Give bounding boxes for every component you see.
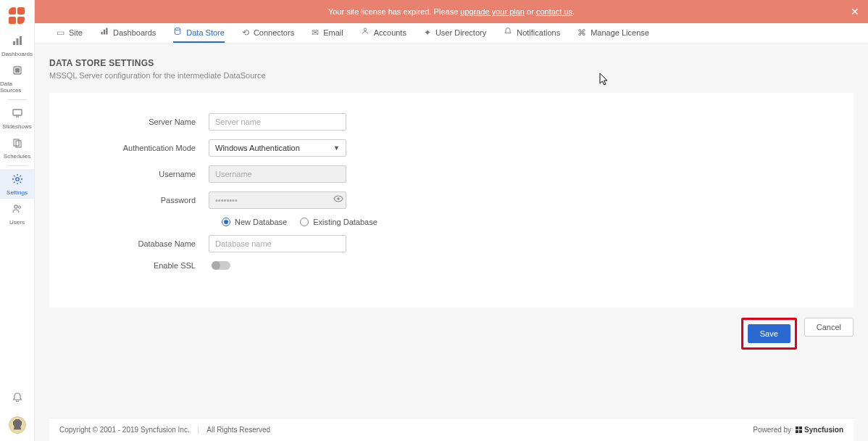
license-banner: Your site license has expired. Please up… xyxy=(35,0,868,23)
bars-icon xyxy=(100,27,109,38)
page-header: DATA STORE SETTINGS MSSQL Server configu… xyxy=(49,58,854,80)
label-server-name: Server Name xyxy=(78,118,209,126)
svg-rect-13 xyxy=(101,32,102,35)
mail-icon: ✉ xyxy=(312,28,319,38)
notifications-bell-icon[interactable] xyxy=(12,392,23,406)
tab-email[interactable]: ✉Email xyxy=(312,23,343,43)
datasource-icon xyxy=(12,65,23,79)
sidebar: Dashboards Data Sources Slideshows Sched… xyxy=(0,0,35,441)
settings-tabs: ▭Site Dashboards Data Store ⟲Connectors … xyxy=(35,23,868,44)
tab-userdirectory[interactable]: ✦User Directory xyxy=(424,23,486,43)
password-input xyxy=(209,191,346,209)
datastore-icon xyxy=(173,27,182,38)
label-enable-ssl: Enable SSL xyxy=(78,261,209,270)
svg-rect-4 xyxy=(15,68,20,73)
license-icon: ⌘ xyxy=(577,28,586,38)
save-highlight: Save xyxy=(741,318,797,350)
label-auth-mode: Authentication Mode xyxy=(78,144,209,152)
svg-rect-15 xyxy=(106,28,107,35)
sidebar-item-label: Dashboards xyxy=(1,51,33,57)
server-name-input[interactable] xyxy=(209,113,346,131)
sidebar-item-settings[interactable]: Settings xyxy=(0,169,34,199)
directory-icon: ✦ xyxy=(424,28,431,38)
radio-existing-database[interactable]: Existing Database xyxy=(300,218,377,226)
divider xyxy=(7,99,28,100)
svg-rect-1 xyxy=(16,38,18,45)
sidebar-item-slideshows[interactable]: Slideshows xyxy=(0,103,34,133)
tab-site[interactable]: ▭Site xyxy=(57,23,83,43)
close-banner-icon[interactable]: ✕ xyxy=(851,6,859,17)
username-input xyxy=(209,165,346,183)
sidebar-item-dashboards[interactable]: Dashboards xyxy=(0,30,34,60)
contact-link[interactable]: contact us xyxy=(536,7,572,16)
auth-mode-value: Windows Authentication xyxy=(215,144,300,152)
auth-mode-select[interactable]: Windows Authentication ▼ xyxy=(209,139,346,157)
tab-dashboards[interactable]: Dashboards xyxy=(100,23,156,43)
user-avatar[interactable] xyxy=(9,416,26,434)
sidebar-item-users[interactable]: Users xyxy=(0,199,34,228)
svg-rect-14 xyxy=(104,30,105,35)
page-title: DATA STORE SETTINGS xyxy=(49,58,854,68)
sidebar-item-label: Settings xyxy=(7,189,28,196)
sidebar-item-label: Data Sources xyxy=(0,81,34,94)
svg-point-11 xyxy=(18,206,20,208)
radio-new-database[interactable]: New Database xyxy=(222,218,287,226)
footer: Copyright © 2001 - 2019 Syncfusion Inc. … xyxy=(49,418,854,441)
app-logo[interactable] xyxy=(9,7,26,25)
enable-ssl-toggle[interactable] xyxy=(212,261,230,270)
upgrade-link[interactable]: upgrade your plan xyxy=(460,7,525,16)
svg-rect-5 xyxy=(13,110,22,115)
save-button[interactable]: Save xyxy=(748,324,790,343)
svg-rect-2 xyxy=(20,36,22,45)
label-username: Username xyxy=(78,170,209,178)
tab-accounts[interactable]: Accounts xyxy=(361,23,406,43)
eye-icon[interactable] xyxy=(333,194,343,206)
bars-icon xyxy=(12,35,23,49)
syncfusion-logo[interactable]: Syncfusion xyxy=(796,426,843,434)
svg-point-9 xyxy=(15,178,18,181)
gear-icon xyxy=(12,173,23,188)
chevron-down-icon: ▼ xyxy=(333,144,340,152)
label-password: Password xyxy=(78,196,209,205)
svg-point-16 xyxy=(175,28,181,30)
settings-panel: Server Name Authentication Mode Windows … xyxy=(49,93,854,308)
footer-powered: Powered by xyxy=(753,426,791,434)
svg-point-18 xyxy=(337,197,340,200)
bell-icon xyxy=(504,27,512,38)
divider xyxy=(7,165,28,166)
link-icon: ⟲ xyxy=(242,28,249,38)
copy-icon xyxy=(12,137,23,152)
users-icon xyxy=(12,203,23,218)
account-icon xyxy=(361,27,370,38)
sidebar-item-label: Users xyxy=(9,219,25,226)
svg-rect-0 xyxy=(13,41,15,45)
footer-rights: All Rights Reserved xyxy=(206,426,270,434)
action-bar: Save Cancel xyxy=(49,318,854,350)
footer-copyright: Copyright © 2001 - 2019 Syncfusion Inc. xyxy=(59,426,190,434)
monitor-icon xyxy=(12,107,23,122)
sidebar-item-schedules[interactable]: Schedules xyxy=(0,133,34,162)
sidebar-item-datasources[interactable]: Data Sources xyxy=(0,60,34,96)
sidebar-item-label: Schedules xyxy=(4,153,30,160)
tab-datastore[interactable]: Data Store xyxy=(173,23,225,43)
database-name-input[interactable] xyxy=(209,235,346,252)
site-icon: ▭ xyxy=(57,28,64,38)
tab-connectors[interactable]: ⟲Connectors xyxy=(242,23,294,43)
tab-managelicense[interactable]: ⌘Manage License xyxy=(577,23,649,43)
cancel-button[interactable]: Cancel xyxy=(804,318,854,337)
page-subtitle: MSSQL Server configuration for the inter… xyxy=(49,71,854,80)
tab-notifications[interactable]: Notifications xyxy=(504,23,560,43)
banner-text: Your site license has expired. Please up… xyxy=(328,7,575,16)
svg-point-10 xyxy=(14,205,17,208)
sidebar-item-label: Slideshows xyxy=(2,123,31,130)
svg-point-17 xyxy=(364,28,367,31)
label-database-name: Database Name xyxy=(78,239,209,248)
svg-point-12 xyxy=(15,421,19,425)
